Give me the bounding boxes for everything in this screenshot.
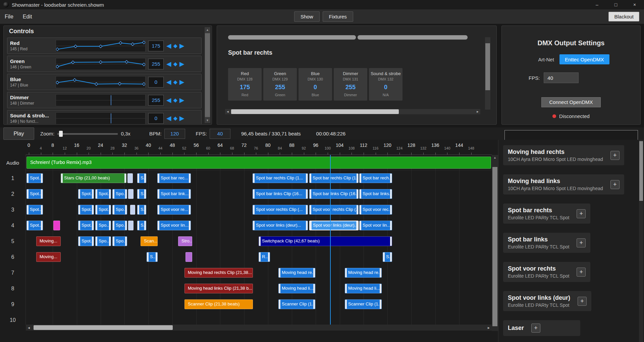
timeline-clip[interactable]: Spot...	[26, 205, 43, 215]
timeline-clip[interactable]: S...	[137, 205, 146, 215]
timeline-clip[interactable]: Moving head li...	[278, 284, 315, 293]
timeline-clip[interactable]: Spot bar links Clip (16...	[309, 189, 359, 199]
timeline-clip[interactable]: Spot bar rechts Clip (1...	[253, 173, 308, 183]
timeline-clip[interactable]: Spot...	[95, 189, 111, 199]
next-keyframe-icon[interactable]: ▶	[179, 79, 184, 85]
timeline-clip[interactable]: Spot...	[78, 236, 94, 246]
timeline-clip[interactable]: Moving head re...	[345, 268, 382, 278]
zoom-slider-handle[interactable]	[59, 131, 63, 137]
next-keyframe-icon[interactable]: ▶	[179, 61, 184, 67]
timeline-clip[interactable]: Spot...	[78, 221, 94, 230]
tab-enttec-opendmx[interactable]: Enttec OpenDMX	[559, 54, 609, 64]
timeline-clip[interactable]: S...	[383, 252, 392, 262]
timeline-clip[interactable]: Scanner Clip (1...	[345, 299, 382, 309]
timeline-clip[interactable]: Spot...	[26, 189, 43, 199]
fixture-card[interactable]: Laser+	[503, 320, 580, 336]
timeline-clip[interactable]: Spot bar rec...	[157, 173, 191, 183]
timeline-clip[interactable]: Scanner Clip (21,38 beats)	[184, 299, 253, 309]
fixture-card[interactable]: Moving head links10CH Ayra ERO Micro Spo…	[503, 174, 624, 194]
scrollbar-thumb[interactable]	[639, 141, 643, 201]
add-fixture-button[interactable]: +	[610, 151, 620, 160]
timeline-clip[interactable]: Spo...	[95, 236, 111, 246]
zoom-slider[interactable]	[57, 130, 118, 137]
timeline-clip[interactable]: Moving head rechts Clip (21,38...	[184, 268, 253, 278]
timeline-clip[interactable]: Spot...	[78, 205, 94, 215]
timeline-clip[interactable]: Spot...	[26, 221, 43, 230]
timeline-clip[interactable]: Spo...	[112, 189, 127, 199]
audio-clip[interactable]: Schreien! (Turbo Remix).mp3	[26, 157, 491, 169]
timeline-clip[interactable]: Spot...	[26, 173, 43, 183]
channel-envelope-editor[interactable]	[56, 58, 146, 70]
add-fixture-button[interactable]: +	[577, 268, 586, 277]
menu-edit[interactable]: Edit	[18, 14, 37, 20]
maximize-button[interactable]: □	[606, 0, 625, 9]
timeline-clip[interactable]: S...	[137, 189, 146, 199]
timeline-clip[interactable]: Spot bar links...	[359, 189, 392, 199]
timeline-clip[interactable]: Spot voor lin...	[359, 221, 392, 230]
timeline-clip[interactable]: Spot bar rechts Clip (1...	[309, 173, 359, 183]
timeline-hscrollbar[interactable]: ◄ ►	[26, 325, 492, 331]
keyframe-icon[interactable]: ◆	[173, 79, 177, 85]
scrollbar-thumb[interactable]	[34, 325, 173, 330]
connect-opendmx-button[interactable]: Connect OpenDMX	[541, 97, 600, 107]
timeline-clip[interactable]: Spo...	[112, 205, 127, 215]
sidebar-scrollbar[interactable]	[639, 140, 643, 342]
fps-input[interactable]	[210, 129, 230, 139]
add-fixture-button[interactable]: +	[531, 324, 540, 333]
prev-keyframe-icon[interactable]: ◀	[166, 43, 171, 49]
timeline-clip[interactable]: Spot...	[78, 189, 94, 199]
fixture-card[interactable]: Moving head rechts10CH Ayra ERO Micro Sp…	[503, 145, 624, 165]
timeline-clip[interactable]: S...	[137, 221, 146, 230]
prev-keyframe-icon[interactable]: ◀	[166, 97, 171, 103]
fixture-panel-vscrollbar[interactable]	[485, 37, 490, 110]
prev-keyframe-icon[interactable]: ◀	[166, 61, 171, 67]
play-button[interactable]: Play	[3, 127, 34, 140]
close-button[interactable]: ×	[625, 0, 644, 9]
fixture-card[interactable]: Spot voor links (deur)Eurolite LED PARty…	[503, 291, 591, 311]
scroll-right-icon[interactable]: ►	[486, 325, 492, 331]
scrollbar-thumb[interactable]	[485, 43, 490, 90]
timeline-clip[interactable]: Spot bar rech...	[359, 173, 392, 183]
timeline-clip[interactable]	[53, 221, 60, 230]
dmx-channel-card[interactable]: RedDMX 128175Red	[228, 68, 262, 101]
fixture-card[interactable]: Spot bar linksEurolite LED PARty TCL Spo…	[503, 233, 590, 253]
timeline-clip[interactable]: Spo...	[112, 221, 127, 230]
fixtures-view-button[interactable]: Fixtures	[323, 11, 353, 22]
keyframe-icon[interactable]: ◆	[173, 61, 177, 67]
dmx-channel-card[interactable]: BlueDMX 1300Blue	[299, 68, 332, 101]
bpm-input[interactable]	[164, 129, 185, 139]
timeline-clip[interactable]	[130, 205, 135, 215]
timeline-clip[interactable]: Moving head re...	[278, 268, 315, 278]
add-fixture-button[interactable]: +	[577, 238, 586, 247]
timeline-clip[interactable]: Spot bar links Clip (16...	[253, 189, 308, 199]
show-view-button[interactable]: Show	[294, 11, 320, 22]
channel-envelope-editor[interactable]	[56, 94, 146, 106]
fixture-panel-hscrollbar[interactable]: ◄ ►	[225, 109, 480, 114]
add-fixture-button[interactable]: +	[577, 209, 586, 218]
keyframe-icon[interactable]: ◆	[173, 98, 177, 103]
dmx-channel-card[interactable]: DimmerDMX 131255Dimmer	[334, 68, 367, 101]
timeline-clip[interactable]: Moving...	[36, 252, 61, 262]
tab-artnet[interactable]: Art-Net	[533, 54, 559, 64]
timeline-clip[interactable]: R...	[259, 252, 270, 262]
timeline-ruler[interactable]: 0481216202428323640444852566064687276808…	[26, 140, 492, 155]
timeline-clip[interactable]: Spot voor links (deur)...	[309, 221, 359, 230]
scrollbar-thumb[interactable]	[231, 109, 399, 114]
scrollbar-thumb[interactable]	[205, 33, 210, 117]
timeline-clip[interactable]	[128, 221, 133, 230]
timeline-clip[interactable]: S...	[137, 173, 146, 183]
timeline-clip[interactable]: Moving head links Clip (21,38 b...	[184, 284, 253, 293]
timeline-clip[interactable]	[128, 189, 133, 199]
minimize-button[interactable]: –	[588, 0, 606, 9]
timeline-clip[interactable]: Stro...	[178, 236, 192, 246]
scroll-left-icon[interactable]: ◄	[26, 325, 32, 331]
timeline-clip[interactable]: Scanner Clip (1...	[278, 299, 315, 309]
timeline-clip[interactable]: Spo...	[112, 236, 127, 246]
timeline-clip[interactable]: Stars Clip (21,00 beats)	[61, 173, 126, 183]
fixture-card[interactable]: Spot voor rechtsEurolite LED PARty TCL S…	[503, 262, 590, 282]
group-bar[interactable]	[228, 35, 356, 40]
channel-envelope-editor[interactable]	[56, 112, 146, 124]
add-fixture-button[interactable]: +	[610, 180, 620, 189]
dmx-channel-card[interactable]: GreenDMX 129255Green	[263, 68, 297, 101]
keyframe-icon[interactable]: ◆	[173, 43, 177, 49]
